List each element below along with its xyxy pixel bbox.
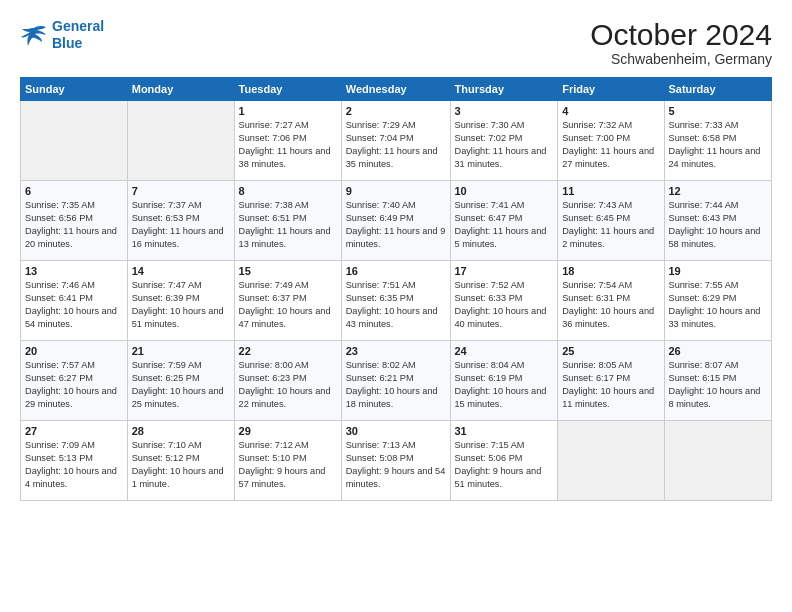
day-number: 19 [669,265,768,277]
day-number: 25 [562,345,659,357]
calendar-cell: 8Sunrise: 7:38 AM Sunset: 6:51 PM Daylig… [234,181,341,261]
weekday-header-friday: Friday [558,78,664,101]
day-info: Sunrise: 7:10 AM Sunset: 5:12 PM Dayligh… [132,439,230,491]
month-title: October 2024 [590,18,772,51]
calendar-cell: 1Sunrise: 7:27 AM Sunset: 7:06 PM Daylig… [234,101,341,181]
day-info: Sunrise: 7:55 AM Sunset: 6:29 PM Dayligh… [669,279,768,331]
day-number: 20 [25,345,123,357]
logo-text: General Blue [52,18,104,52]
day-info: Sunrise: 7:35 AM Sunset: 6:56 PM Dayligh… [25,199,123,251]
calendar-cell: 30Sunrise: 7:13 AM Sunset: 5:08 PM Dayli… [341,421,450,501]
day-info: Sunrise: 7:29 AM Sunset: 7:04 PM Dayligh… [346,119,446,171]
day-info: Sunrise: 7:47 AM Sunset: 6:39 PM Dayligh… [132,279,230,331]
day-info: Sunrise: 7:09 AM Sunset: 5:13 PM Dayligh… [25,439,123,491]
day-number: 2 [346,105,446,117]
calendar-cell: 6Sunrise: 7:35 AM Sunset: 6:56 PM Daylig… [21,181,128,261]
day-number: 29 [239,425,337,437]
day-info: Sunrise: 7:32 AM Sunset: 7:00 PM Dayligh… [562,119,659,171]
title-block: October 2024 Schwabenheim, Germany [590,18,772,67]
calendar-week-row: 1Sunrise: 7:27 AM Sunset: 7:06 PM Daylig… [21,101,772,181]
calendar-cell: 3Sunrise: 7:30 AM Sunset: 7:02 PM Daylig… [450,101,558,181]
day-info: Sunrise: 7:54 AM Sunset: 6:31 PM Dayligh… [562,279,659,331]
calendar-cell: 12Sunrise: 7:44 AM Sunset: 6:43 PM Dayli… [664,181,772,261]
day-number: 7 [132,185,230,197]
day-number: 14 [132,265,230,277]
day-info: Sunrise: 7:59 AM Sunset: 6:25 PM Dayligh… [132,359,230,411]
day-info: Sunrise: 7:46 AM Sunset: 6:41 PM Dayligh… [25,279,123,331]
calendar-cell: 14Sunrise: 7:47 AM Sunset: 6:39 PM Dayli… [127,261,234,341]
calendar-cell [558,421,664,501]
calendar-week-row: 20Sunrise: 7:57 AM Sunset: 6:27 PM Dayli… [21,341,772,421]
day-info: Sunrise: 8:00 AM Sunset: 6:23 PM Dayligh… [239,359,337,411]
day-info: Sunrise: 7:27 AM Sunset: 7:06 PM Dayligh… [239,119,337,171]
day-number: 16 [346,265,446,277]
calendar-cell: 2Sunrise: 7:29 AM Sunset: 7:04 PM Daylig… [341,101,450,181]
day-number: 31 [455,425,554,437]
day-number: 5 [669,105,768,117]
calendar-cell: 13Sunrise: 7:46 AM Sunset: 6:41 PM Dayli… [21,261,128,341]
day-info: Sunrise: 7:30 AM Sunset: 7:02 PM Dayligh… [455,119,554,171]
day-info: Sunrise: 7:57 AM Sunset: 6:27 PM Dayligh… [25,359,123,411]
day-number: 26 [669,345,768,357]
day-info: Sunrise: 7:43 AM Sunset: 6:45 PM Dayligh… [562,199,659,251]
weekday-header-monday: Monday [127,78,234,101]
day-number: 15 [239,265,337,277]
calendar-cell: 20Sunrise: 7:57 AM Sunset: 6:27 PM Dayli… [21,341,128,421]
day-number: 10 [455,185,554,197]
day-number: 8 [239,185,337,197]
day-number: 17 [455,265,554,277]
day-number: 6 [25,185,123,197]
calendar-table: SundayMondayTuesdayWednesdayThursdayFrid… [20,77,772,501]
logo: General Blue [20,18,104,52]
calendar-cell [664,421,772,501]
day-info: Sunrise: 7:49 AM Sunset: 6:37 PM Dayligh… [239,279,337,331]
day-number: 28 [132,425,230,437]
calendar-cell: 11Sunrise: 7:43 AM Sunset: 6:45 PM Dayli… [558,181,664,261]
header: General Blue October 2024 Schwabenheim, … [20,18,772,67]
calendar-cell: 7Sunrise: 7:37 AM Sunset: 6:53 PM Daylig… [127,181,234,261]
day-number: 30 [346,425,446,437]
day-info: Sunrise: 7:41 AM Sunset: 6:47 PM Dayligh… [455,199,554,251]
day-info: Sunrise: 7:44 AM Sunset: 6:43 PM Dayligh… [669,199,768,251]
weekday-header-tuesday: Tuesday [234,78,341,101]
calendar-cell: 9Sunrise: 7:40 AM Sunset: 6:49 PM Daylig… [341,181,450,261]
calendar-cell [21,101,128,181]
day-info: Sunrise: 8:07 AM Sunset: 6:15 PM Dayligh… [669,359,768,411]
day-info: Sunrise: 7:37 AM Sunset: 6:53 PM Dayligh… [132,199,230,251]
day-number: 23 [346,345,446,357]
calendar-cell: 4Sunrise: 7:32 AM Sunset: 7:00 PM Daylig… [558,101,664,181]
calendar-cell: 28Sunrise: 7:10 AM Sunset: 5:12 PM Dayli… [127,421,234,501]
day-info: Sunrise: 7:33 AM Sunset: 6:58 PM Dayligh… [669,119,768,171]
day-number: 13 [25,265,123,277]
calendar-cell: 26Sunrise: 8:07 AM Sunset: 6:15 PM Dayli… [664,341,772,421]
day-number: 11 [562,185,659,197]
weekday-header-wednesday: Wednesday [341,78,450,101]
weekday-header-thursday: Thursday [450,78,558,101]
day-number: 22 [239,345,337,357]
calendar-week-row: 13Sunrise: 7:46 AM Sunset: 6:41 PM Dayli… [21,261,772,341]
calendar-cell: 24Sunrise: 8:04 AM Sunset: 6:19 PM Dayli… [450,341,558,421]
day-info: Sunrise: 7:52 AM Sunset: 6:33 PM Dayligh… [455,279,554,331]
day-info: Sunrise: 7:13 AM Sunset: 5:08 PM Dayligh… [346,439,446,491]
calendar-cell: 27Sunrise: 7:09 AM Sunset: 5:13 PM Dayli… [21,421,128,501]
day-number: 4 [562,105,659,117]
calendar-week-row: 27Sunrise: 7:09 AM Sunset: 5:13 PM Dayli… [21,421,772,501]
day-number: 21 [132,345,230,357]
day-info: Sunrise: 7:15 AM Sunset: 5:06 PM Dayligh… [455,439,554,491]
calendar-cell: 15Sunrise: 7:49 AM Sunset: 6:37 PM Dayli… [234,261,341,341]
day-info: Sunrise: 7:12 AM Sunset: 5:10 PM Dayligh… [239,439,337,491]
day-info: Sunrise: 7:38 AM Sunset: 6:51 PM Dayligh… [239,199,337,251]
day-number: 12 [669,185,768,197]
calendar-cell: 17Sunrise: 7:52 AM Sunset: 6:33 PM Dayli… [450,261,558,341]
calendar-cell: 19Sunrise: 7:55 AM Sunset: 6:29 PM Dayli… [664,261,772,341]
calendar-cell: 29Sunrise: 7:12 AM Sunset: 5:10 PM Dayli… [234,421,341,501]
calendar-week-row: 6Sunrise: 7:35 AM Sunset: 6:56 PM Daylig… [21,181,772,261]
calendar-cell: 5Sunrise: 7:33 AM Sunset: 6:58 PM Daylig… [664,101,772,181]
day-number: 3 [455,105,554,117]
calendar-cell: 18Sunrise: 7:54 AM Sunset: 6:31 PM Dayli… [558,261,664,341]
weekday-header-saturday: Saturday [664,78,772,101]
calendar-cell: 10Sunrise: 7:41 AM Sunset: 6:47 PM Dayli… [450,181,558,261]
calendar-cell: 25Sunrise: 8:05 AM Sunset: 6:17 PM Dayli… [558,341,664,421]
calendar-cell: 16Sunrise: 7:51 AM Sunset: 6:35 PM Dayli… [341,261,450,341]
day-info: Sunrise: 8:05 AM Sunset: 6:17 PM Dayligh… [562,359,659,411]
